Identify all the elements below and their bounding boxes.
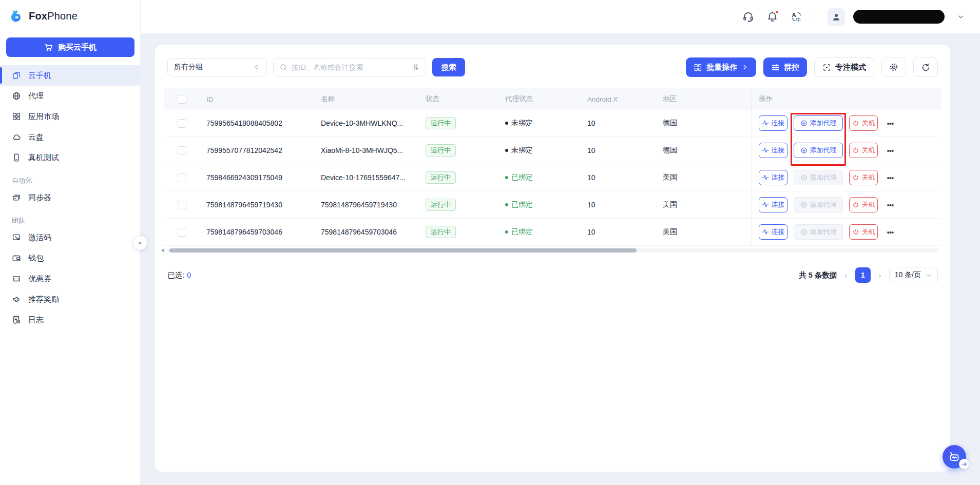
row-checkbox[interactable] bbox=[178, 228, 186, 237]
sidebar-item-cloud-phone[interactable]: 云手机 bbox=[0, 65, 140, 86]
search-filter-icon[interactable] bbox=[412, 63, 420, 71]
header-status: 状态 bbox=[418, 94, 498, 104]
cell-proxy-status: 已绑定 bbox=[498, 200, 580, 209]
select-all-checkbox[interactable] bbox=[178, 95, 186, 104]
shutdown-button[interactable]: 关机 bbox=[849, 115, 878, 131]
group-control-button[interactable]: 群控 bbox=[763, 57, 807, 77]
sidebar-nav: 云手机 代理 应用市场 云盘 bbox=[0, 65, 140, 330]
sidebar-item-referral-rewards[interactable]: 推荐奖励 bbox=[0, 289, 140, 309]
row-more-button[interactable]: ••• bbox=[884, 115, 896, 131]
search-input[interactable] bbox=[292, 63, 408, 71]
add-proxy-button-disabled: 添加代理 bbox=[794, 197, 843, 212]
cell-proxy-status: 已绑定 bbox=[498, 173, 580, 182]
cell-id: 7599557077812042542 bbox=[199, 146, 314, 154]
table-row: 7598148796459703046 7598148796459703046 … bbox=[164, 219, 941, 246]
row-checkbox[interactable] bbox=[178, 146, 186, 155]
cell-id: 7598148796459719430 bbox=[199, 201, 314, 209]
add-proxy-button[interactable]: 添加代理 bbox=[794, 115, 843, 131]
chat-support-fab[interactable] bbox=[943, 445, 966, 469]
next-page-button[interactable]: › bbox=[878, 271, 881, 280]
row-more-button[interactable]: ••• bbox=[884, 197, 896, 212]
shutdown-button[interactable]: 关机 bbox=[849, 170, 878, 185]
sidebar-item-coupon[interactable]: 优惠券 bbox=[0, 268, 140, 289]
globe-icon bbox=[12, 91, 21, 101]
connect-button[interactable]: 连接 bbox=[759, 224, 787, 240]
pulse-icon bbox=[762, 201, 769, 208]
horizontal-scrollbar-thumb[interactable] bbox=[169, 248, 637, 253]
log-icon bbox=[12, 315, 21, 324]
sidebar-item-logs[interactable]: 日志 bbox=[0, 309, 140, 330]
group-filter-select[interactable]: 所有分组 bbox=[167, 58, 267, 76]
status-badge: 运行中 bbox=[426, 226, 456, 238]
header-proxy-status: 代理状态 bbox=[498, 94, 580, 104]
user-name-redacted[interactable] bbox=[853, 10, 945, 24]
refresh-button[interactable] bbox=[913, 57, 938, 77]
connect-button[interactable]: 连接 bbox=[759, 143, 787, 158]
cell-name: Device-10-17691559647... bbox=[314, 173, 418, 182]
sidebar-item-activation-code[interactable]: 激活码 bbox=[0, 227, 140, 248]
page-number-button[interactable]: 1 bbox=[855, 267, 871, 283]
app-root: FoxPhone 购买云手机 云手机 代理 bbox=[0, 0, 980, 485]
connect-button[interactable]: 连接 bbox=[759, 115, 787, 131]
user-avatar[interactable] bbox=[828, 8, 845, 26]
focus-mode-button[interactable]: 专注模式 bbox=[814, 57, 874, 77]
settings-gear-button[interactable] bbox=[881, 57, 906, 77]
sidebar-collapse-button[interactable]: « bbox=[133, 236, 147, 250]
select-updown-icon bbox=[253, 64, 260, 71]
add-proxy-button[interactable]: 添加代理 bbox=[794, 143, 843, 158]
sidebar-item-proxy[interactable]: 代理 bbox=[0, 86, 140, 106]
search-button[interactable]: 搜索 bbox=[432, 58, 465, 76]
sidebar-item-wallet[interactable]: 钱包 bbox=[0, 248, 140, 268]
sync-icon bbox=[12, 193, 21, 202]
sidebar-item-synchronizer[interactable]: 同步器 bbox=[0, 187, 140, 208]
cell-proxy-status: 未绑定 bbox=[498, 119, 580, 128]
person-icon bbox=[831, 12, 841, 22]
batch-operations-label: 批量操作 bbox=[706, 63, 737, 72]
cell-id: 7598466924309175049 bbox=[199, 173, 314, 182]
wallet-icon bbox=[12, 254, 21, 263]
device-test-icon bbox=[12, 153, 21, 162]
row-checkbox[interactable] bbox=[178, 173, 186, 182]
sidebar-item-label: 日志 bbox=[28, 315, 44, 325]
notifications-bell-icon[interactable] bbox=[766, 11, 778, 23]
pagination: 共 5 条数据 ‹ 1 › 10 条/页 bbox=[799, 267, 938, 283]
support-headset-icon[interactable] bbox=[742, 11, 754, 23]
account-chevron-down-icon[interactable] bbox=[957, 13, 965, 21]
batch-grid-icon bbox=[694, 63, 702, 72]
shutdown-button[interactable]: 关机 bbox=[849, 197, 878, 212]
proxy-dot bbox=[505, 176, 508, 179]
language-switch-icon[interactable]: A 中 bbox=[791, 11, 802, 23]
table-row: 7598466924309175049 Device-10-1769155964… bbox=[164, 164, 941, 191]
row-checkbox[interactable] bbox=[178, 201, 186, 209]
page-size-value: 10 条/页 bbox=[895, 270, 921, 280]
scroll-left-arrow-icon[interactable] bbox=[161, 248, 164, 253]
prev-page-button[interactable]: ‹ bbox=[844, 271, 848, 280]
row-more-button[interactable]: ••• bbox=[884, 143, 896, 158]
proxy-dot bbox=[505, 122, 508, 125]
status-badge: 运行中 bbox=[426, 144, 456, 157]
batch-operations-button[interactable]: 批量操作 bbox=[686, 57, 756, 77]
shutdown-button[interactable]: 关机 bbox=[849, 224, 878, 240]
topbar: A 中 bbox=[141, 0, 980, 33]
sidebar-item-cloud-disk[interactable]: 云盘 bbox=[0, 127, 140, 147]
proxy-dot bbox=[505, 230, 508, 234]
connect-button[interactable]: 连接 bbox=[759, 197, 787, 212]
cell-actions: 连接 添加代理 关机 ••• bbox=[751, 137, 941, 164]
row-more-button[interactable]: ••• bbox=[884, 170, 896, 185]
buy-cloud-phone-button[interactable]: 购买云手机 bbox=[6, 37, 134, 57]
connect-button[interactable]: 连接 bbox=[759, 170, 787, 185]
page-size-select[interactable]: 10 条/页 bbox=[889, 267, 938, 283]
shutdown-button[interactable]: 关机 bbox=[849, 143, 878, 158]
sidebar-item-label: 激活码 bbox=[28, 233, 51, 243]
sidebar-item-label: 钱包 bbox=[28, 254, 44, 263]
selected-count[interactable]: 0 bbox=[187, 271, 191, 279]
brand-name: FoxPhone bbox=[29, 10, 78, 22]
row-checkbox[interactable] bbox=[178, 119, 186, 128]
plus-circle-icon bbox=[800, 120, 808, 127]
sidebar-item-app-market[interactable]: 应用市场 bbox=[0, 106, 140, 127]
pulse-icon bbox=[762, 147, 769, 154]
sidebar-section-automation: 自动化 bbox=[12, 176, 140, 186]
row-more-button[interactable]: ••• bbox=[884, 224, 896, 240]
sidebar-item-real-device-test[interactable]: 真机测试 bbox=[0, 147, 140, 168]
arrow-right-icon bbox=[959, 459, 969, 469]
